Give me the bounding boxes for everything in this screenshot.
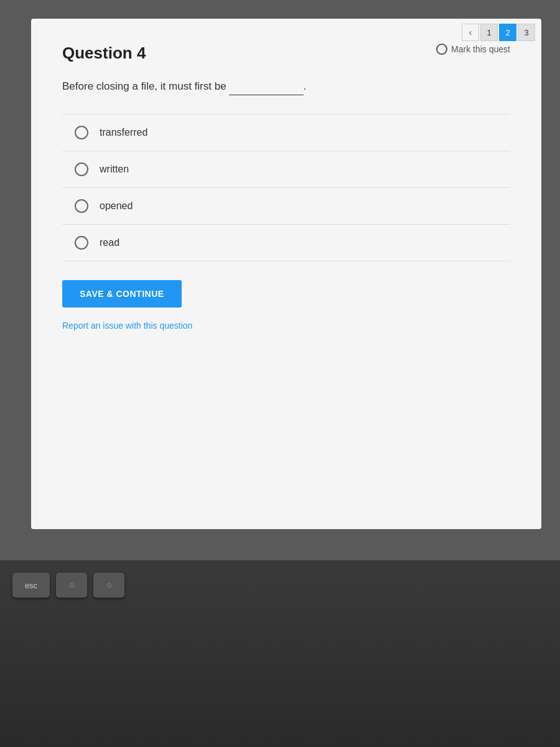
question-blank xyxy=(229,78,304,95)
key-esc[interactable]: esc xyxy=(12,573,50,598)
question-text-before: Before closing a file, it must first be xyxy=(62,80,226,92)
chevron-left-icon: ‹ xyxy=(469,27,472,37)
question-area: Question 4 Mark this quest Before closin… xyxy=(31,19,541,350)
option-opened[interactable]: opened xyxy=(62,187,510,224)
nav-prev-button[interactable]: ‹ xyxy=(462,24,479,41)
quiz-container: ‹ 1 2 3 Question 4 Mark this quest Befor… xyxy=(31,19,541,529)
radio-opened xyxy=(75,199,88,213)
fn2-icon: ⊙ xyxy=(106,581,112,590)
radio-inner-opened xyxy=(78,203,85,209)
option-opened-label: opened xyxy=(100,200,133,212)
report-issue-link[interactable]: Report an issue with this question xyxy=(62,321,192,331)
nav-page-3[interactable]: 3 xyxy=(518,24,535,41)
option-read-label: read xyxy=(100,237,119,248)
radio-read xyxy=(75,236,88,250)
radio-inner-read xyxy=(78,240,85,246)
save-continue-button[interactable]: SAVE & CONTINUE xyxy=(62,280,182,308)
question-text: Before closing a file, it must first be … xyxy=(62,78,510,95)
fn1-icon: ⊙ xyxy=(69,581,75,590)
question-navigation: ‹ 1 2 3 xyxy=(455,19,541,46)
key-fn1[interactable]: ⊙ xyxy=(56,573,87,598)
key-fn2[interactable]: ⊙ xyxy=(93,573,124,598)
option-transferred-label: transferred xyxy=(100,127,147,138)
keyboard-area: esc ⊙ ⊙ xyxy=(0,560,560,747)
esc-label: esc xyxy=(25,581,37,590)
radio-transferred xyxy=(75,126,88,139)
nav-page-1[interactable]: 1 xyxy=(480,24,498,41)
option-read[interactable]: read xyxy=(62,224,510,261)
question-header: Question 4 Mark this quest xyxy=(62,44,510,63)
option-transferred[interactable]: transferred xyxy=(62,114,510,151)
question-title: Question 4 xyxy=(62,44,146,63)
option-written[interactable]: written xyxy=(62,151,510,187)
radio-inner-written xyxy=(78,166,85,172)
radio-written xyxy=(75,162,88,176)
option-written-label: written xyxy=(100,164,129,175)
radio-inner-transferred xyxy=(78,129,85,136)
options-list: transferred written opened read xyxy=(62,114,510,261)
nav-page-2[interactable]: 2 xyxy=(499,24,516,41)
mark-circle-icon xyxy=(436,44,447,55)
